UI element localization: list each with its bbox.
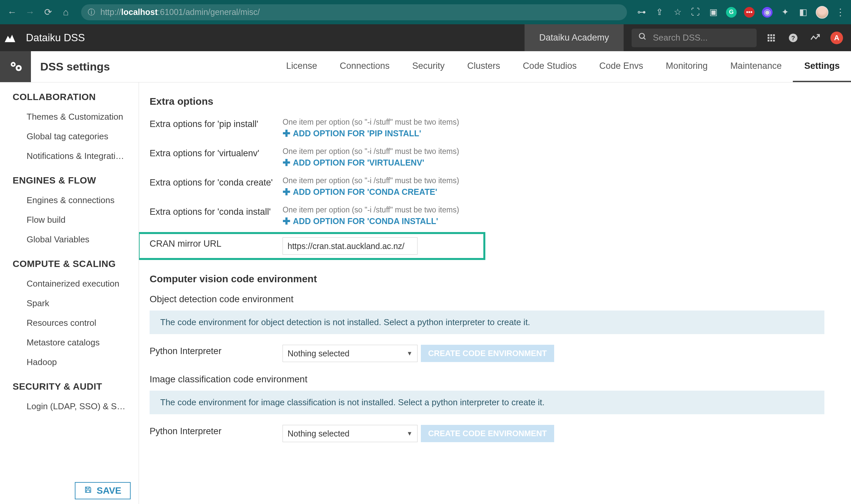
extensions-icon[interactable]: ✦ [780, 7, 791, 18]
svg-rect-9 [770, 39, 772, 41]
svg-rect-4 [773, 34, 775, 36]
hint-conda-create: One item per option (so "-i /stuff" must… [283, 176, 851, 185]
row-python-interpreter-obj: Python Interpreter Nothing selected ▼ CR… [150, 342, 851, 365]
home-button[interactable]: ⌂ [60, 6, 72, 18]
app-topbar: Dataiku DSS Dataiku Academy Search DSS..… [0, 24, 851, 51]
label-conda-create: Extra options for 'conda create' [150, 176, 283, 188]
sb-item-metastore[interactable]: Metastore catalogs [0, 333, 139, 353]
forward-button[interactable]: → [24, 6, 36, 18]
create-env-button-obj[interactable]: CREATE CODE ENVIRONMENT [421, 345, 554, 362]
url-bar[interactable]: ⓘ http://localhost:61001/admin/general/m… [81, 4, 627, 20]
tab-code-envs[interactable]: Code Envs [588, 51, 654, 82]
sb-item-global-variables[interactable]: Global Variables [0, 230, 139, 249]
svg-text:?: ? [791, 35, 795, 41]
svg-point-0 [639, 33, 644, 38]
save-icon [84, 485, 92, 496]
python-interpreter-select-img[interactable]: Nothing selected ▼ [283, 425, 418, 442]
label-python-interpreter-img: Python Interpreter [150, 425, 283, 436]
save-footer: SAVE [0, 478, 139, 504]
tab-license[interactable]: License [275, 51, 328, 82]
sb-item-login-ldap[interactable]: Login (LDAP, SSO) & Secur… [0, 397, 139, 416]
chevron-down-icon: ▼ [406, 350, 413, 357]
tab-maintenance[interactable]: Maintenance [719, 51, 793, 82]
hint-pip-install: One item per option (so "-i /stuff" must… [283, 118, 851, 127]
dataiku-logo-icon[interactable] [0, 32, 20, 44]
extra-options-heading: Extra options [150, 96, 851, 107]
profile-avatar[interactable] [816, 6, 828, 19]
img-class-notice: The code environment for image classific… [150, 391, 825, 414]
hint-conda-install: One item per option (so "-i /stuff" must… [283, 205, 851, 214]
site-info-icon[interactable]: ⓘ [88, 7, 95, 17]
svg-rect-18 [87, 490, 90, 492]
sb-item-containerized[interactable]: Containerized execution [0, 274, 139, 293]
grammarly-extension-icon[interactable]: G [726, 7, 737, 18]
cran-url-input[interactable] [283, 237, 418, 255]
key-icon[interactable]: ⊶ [636, 7, 647, 18]
url-text: http://localhost:61001/admin/general/mis… [101, 7, 260, 17]
back-button[interactable]: ← [6, 6, 18, 18]
sidebar: COLLABORATION Themes & Customization Glo… [0, 83, 139, 504]
panel-icon[interactable]: ◧ [798, 7, 809, 18]
sb-item-spark[interactable]: Spark [0, 293, 139, 313]
add-option-virtualenv[interactable]: ✚ADD OPTION FOR 'VIRTUALENV' [283, 157, 851, 168]
img-class-heading: Image classification code environment [150, 374, 851, 385]
browser-menu-icon[interactable]: ⋮ [836, 7, 845, 18]
reload-button[interactable]: ⟳ [42, 6, 54, 18]
select-value: Nothing selected [288, 429, 349, 438]
row-virtualenv: Extra options for 'virtualenv' One item … [150, 144, 851, 171]
tab-code-studios[interactable]: Code Studios [512, 51, 588, 82]
settings-tabs: License Connections Security Clusters Co… [275, 51, 851, 82]
hint-virtualenv: One item per option (so "-i /stuff" must… [283, 147, 851, 156]
svg-rect-2 [767, 34, 769, 36]
python-interpreter-select-obj[interactable]: Nothing selected ▼ [283, 345, 418, 362]
tab-settings[interactable]: Settings [793, 51, 851, 82]
create-env-button-img[interactable]: CREATE CODE ENVIRONMENT [421, 425, 554, 442]
svg-line-1 [644, 38, 645, 39]
tab-security[interactable]: Security [401, 51, 456, 82]
chevron-down-icon: ▼ [406, 430, 413, 437]
activity-icon[interactable] [809, 31, 822, 44]
row-python-interpreter-img: Python Interpreter Nothing selected ▼ CR… [150, 422, 851, 445]
sb-item-global-tags[interactable]: Global tag categories [0, 127, 139, 146]
row-conda-create: Extra options for 'conda create' One ite… [150, 174, 851, 200]
add-option-conda-create[interactable]: ✚ADD OPTION FOR 'CONDA CREATE' [283, 186, 851, 197]
loom-extension-icon[interactable]: ◉ [762, 7, 773, 18]
tab-connections[interactable]: Connections [328, 51, 401, 82]
star-icon[interactable]: ☆ [672, 7, 683, 18]
svg-rect-7 [773, 37, 775, 39]
install-icon[interactable]: ⛶ [690, 7, 701, 18]
add-option-conda-install[interactable]: ✚ADD OPTION FOR 'CONDA INSTALL' [283, 216, 851, 227]
sb-item-hadoop[interactable]: Hadoop [0, 353, 139, 372]
tab-monitoring[interactable]: Monitoring [654, 51, 719, 82]
label-cran: CRAN mirror URL [150, 237, 283, 249]
sb-section-compute: COMPUTE & SCALING [0, 249, 139, 274]
sb-section-security: SECURITY & AUDIT [0, 372, 139, 397]
save-label: SAVE [97, 485, 121, 496]
lastpass-extension-icon[interactable]: ••• [744, 7, 755, 18]
sb-item-engines-connections[interactable]: Engines & connections [0, 191, 139, 210]
svg-rect-6 [770, 37, 772, 39]
row-conda-install: Extra options for 'conda install' One it… [150, 203, 851, 229]
sb-section-engines: ENGINES & FLOW [0, 166, 139, 191]
settings-gear-icon [0, 51, 31, 82]
save-button[interactable]: SAVE [75, 482, 131, 499]
help-icon[interactable]: ? [786, 31, 800, 44]
tab-icon[interactable]: ▣ [708, 7, 719, 18]
sb-item-notifications[interactable]: Notifications & Integrations [0, 146, 139, 166]
apps-grid-icon[interactable] [764, 31, 778, 44]
label-python-interpreter: Python Interpreter [150, 345, 283, 356]
user-badge[interactable]: A [830, 32, 843, 44]
academy-tab[interactable]: Dataiku Academy [525, 24, 623, 51]
svg-rect-5 [767, 37, 769, 39]
tab-clusters[interactable]: Clusters [456, 51, 512, 82]
settings-title: DSS settings [31, 51, 275, 82]
sb-item-resources-control[interactable]: Resources control [0, 313, 139, 333]
sb-item-flow-build[interactable]: Flow build [0, 210, 139, 230]
add-option-pip-install[interactable]: ✚ADD OPTION FOR 'PIP INSTALL' [283, 128, 851, 139]
sb-item-themes[interactable]: Themes & Customization [0, 107, 139, 127]
cv-heading: Computer vision code environment [150, 273, 851, 285]
label-virtualenv: Extra options for 'virtualenv' [150, 147, 283, 159]
global-search[interactable]: Search DSS... [632, 29, 757, 47]
share-icon[interactable]: ⇪ [654, 7, 665, 18]
svg-rect-3 [770, 34, 772, 36]
